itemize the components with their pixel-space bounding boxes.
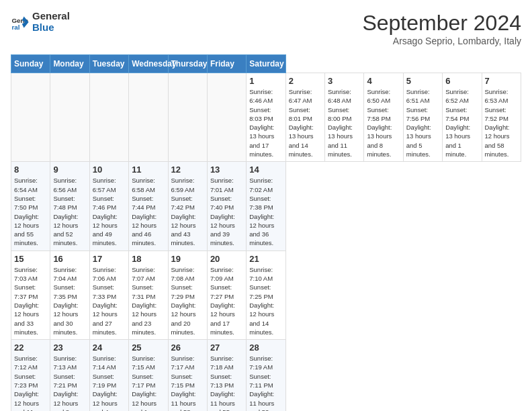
calendar-week-row: 1Sunrise: 6:46 AMSunset: 8:03 PMDaylight… [11, 73, 521, 162]
calendar-cell: 11Sunrise: 6:58 AMSunset: 7:44 PMDayligh… [129, 162, 168, 250]
calendar-cell: 28Sunrise: 7:19 AMSunset: 7:11 PMDayligh… [247, 340, 285, 411]
calendar-week-row: 15Sunrise: 7:03 AMSunset: 7:37 PMDayligh… [11, 250, 521, 339]
day-number: 27 [210, 342, 243, 353]
location-title: Arsago Seprio, Lombardy, Italy [362, 36, 521, 46]
day-info: Sunrise: 6:47 AMSunset: 8:01 PMDaylight:… [289, 87, 322, 158]
day-number: 3 [328, 76, 361, 86]
calendar-cell: 9Sunrise: 6:56 AMSunset: 7:48 PMDaylight… [50, 162, 89, 250]
day-info: Sunrise: 7:18 AMSunset: 7:13 PMDaylight:… [210, 354, 243, 411]
day-number: 2 [289, 76, 322, 86]
calendar-week-row: 22Sunrise: 7:12 AMSunset: 7:23 PMDayligh… [11, 340, 521, 411]
day-info: Sunrise: 6:56 AMSunset: 7:48 PMDaylight:… [53, 176, 86, 247]
day-number: 18 [132, 254, 165, 264]
day-number: 28 [249, 342, 282, 353]
calendar-cell: 13Sunrise: 7:01 AMSunset: 7:40 PMDayligh… [207, 162, 246, 250]
day-info: Sunrise: 6:48 AMSunset: 8:00 PMDaylight:… [328, 87, 361, 158]
day-number: 20 [210, 254, 243, 264]
weekday-header-friday: Friday [207, 55, 246, 73]
calendar-cell: 12Sunrise: 6:59 AMSunset: 7:42 PMDayligh… [168, 162, 207, 250]
calendar-cell: 23Sunrise: 7:13 AMSunset: 7:21 PMDayligh… [50, 340, 89, 411]
day-number: 23 [53, 342, 86, 353]
calendar-cell: 26Sunrise: 7:17 AMSunset: 7:15 PMDayligh… [168, 340, 207, 411]
calendar-cell: 19Sunrise: 7:08 AMSunset: 7:29 PMDayligh… [168, 250, 207, 339]
calendar-cell: 21Sunrise: 7:10 AMSunset: 7:25 PMDayligh… [247, 250, 285, 339]
svg-text:ral: ral [11, 24, 19, 31]
day-info: Sunrise: 7:19 AMSunset: 7:11 PMDaylight:… [249, 354, 282, 411]
weekday-header-thursday: Thursday [168, 55, 207, 73]
calendar-cell: 1Sunrise: 6:46 AMSunset: 8:03 PMDaylight… [247, 73, 285, 162]
day-number: 10 [93, 165, 126, 175]
calendar-cell: 15Sunrise: 7:03 AMSunset: 7:37 PMDayligh… [11, 250, 50, 339]
weekday-header-wednesday: Wednesday [129, 55, 168, 73]
day-number: 16 [53, 254, 86, 264]
calendar-cell [50, 73, 89, 162]
calendar-cell: 25Sunrise: 7:15 AMSunset: 7:17 PMDayligh… [129, 340, 168, 411]
title-area: September 2024 Arsago Seprio, Lombardy, … [362, 11, 521, 46]
calendar-cell [89, 73, 128, 162]
calendar-cell: 16Sunrise: 7:04 AMSunset: 7:35 PMDayligh… [50, 250, 89, 339]
calendar-cell: 4Sunrise: 6:50 AMSunset: 7:58 PMDaylight… [364, 73, 403, 162]
calendar-cell: 10Sunrise: 6:57 AMSunset: 7:46 PMDayligh… [89, 162, 128, 250]
calendar-body: 1Sunrise: 6:46 AMSunset: 8:03 PMDaylight… [11, 73, 521, 412]
day-info: Sunrise: 6:58 AMSunset: 7:44 PMDaylight:… [132, 176, 165, 247]
day-info: Sunrise: 7:02 AMSunset: 7:38 PMDaylight:… [249, 176, 282, 247]
day-info: Sunrise: 6:53 AMSunset: 7:52 PMDaylight:… [485, 87, 519, 158]
day-number: 24 [93, 342, 126, 353]
calendar-cell: 2Sunrise: 6:47 AMSunset: 8:01 PMDaylight… [285, 73, 324, 162]
day-info: Sunrise: 7:09 AMSunset: 7:27 PMDaylight:… [210, 265, 243, 336]
calendar-cell: 27Sunrise: 7:18 AMSunset: 7:13 PMDayligh… [207, 340, 246, 411]
calendar-cell: 5Sunrise: 6:51 AMSunset: 7:56 PMDaylight… [403, 73, 442, 162]
logo-blue: Blue [32, 22, 70, 34]
calendar-cell: 8Sunrise: 6:54 AMSunset: 7:50 PMDaylight… [11, 162, 50, 250]
calendar-cell: 20Sunrise: 7:09 AMSunset: 7:27 PMDayligh… [207, 250, 246, 339]
day-number: 13 [210, 165, 243, 175]
day-info: Sunrise: 7:12 AMSunset: 7:23 PMDaylight:… [14, 354, 47, 411]
day-number: 6 [445, 76, 478, 86]
weekday-header-monday: Monday [50, 55, 89, 73]
day-info: Sunrise: 6:54 AMSunset: 7:50 PMDaylight:… [14, 176, 47, 247]
day-info: Sunrise: 7:14 AMSunset: 7:19 PMDaylight:… [93, 354, 126, 411]
weekday-header-sunday: Sunday [11, 55, 50, 73]
day-number: 5 [406, 76, 439, 86]
day-number: 26 [171, 342, 204, 353]
calendar-cell: 22Sunrise: 7:12 AMSunset: 7:23 PMDayligh… [11, 340, 50, 411]
weekday-header-saturday: Saturday [247, 55, 285, 73]
day-info: Sunrise: 7:13 AMSunset: 7:21 PMDaylight:… [53, 354, 86, 411]
day-number: 14 [249, 165, 282, 175]
day-info: Sunrise: 7:10 AMSunset: 7:25 PMDaylight:… [249, 265, 282, 336]
day-number: 9 [53, 165, 86, 175]
logo-general: General [32, 11, 70, 22]
day-number: 7 [485, 76, 519, 86]
header: Gene ral General Blue September 2024 Ars… [11, 11, 521, 46]
calendar-cell: 7Sunrise: 6:53 AMSunset: 7:52 PMDaylight… [482, 73, 521, 162]
day-info: Sunrise: 6:57 AMSunset: 7:46 PMDaylight:… [93, 176, 126, 247]
day-info: Sunrise: 7:04 AMSunset: 7:35 PMDaylight:… [53, 265, 86, 336]
calendar-cell: 17Sunrise: 7:06 AMSunset: 7:33 PMDayligh… [89, 250, 128, 339]
month-title: September 2024 [362, 11, 521, 36]
day-info: Sunrise: 6:50 AMSunset: 7:58 PMDaylight:… [367, 87, 400, 158]
day-info: Sunrise: 7:03 AMSunset: 7:37 PMDaylight:… [14, 265, 47, 336]
calendar-header-row: SundayMondayTuesdayWednesdayThursdayFrid… [11, 55, 521, 73]
day-info: Sunrise: 6:59 AMSunset: 7:42 PMDaylight:… [171, 176, 204, 247]
day-info: Sunrise: 7:15 AMSunset: 7:17 PMDaylight:… [132, 354, 165, 411]
logo: Gene ral General Blue [11, 11, 70, 33]
day-number: 11 [132, 165, 165, 175]
logo-icon: Gene ral [11, 13, 30, 32]
calendar-cell [11, 73, 50, 162]
calendar-cell: 3Sunrise: 6:48 AMSunset: 8:00 PMDaylight… [325, 73, 364, 162]
day-number: 15 [14, 254, 47, 264]
calendar-cell: 18Sunrise: 7:07 AMSunset: 7:31 PMDayligh… [129, 250, 168, 339]
day-info: Sunrise: 7:06 AMSunset: 7:33 PMDaylight:… [93, 265, 126, 336]
calendar-cell: 6Sunrise: 6:52 AMSunset: 7:54 PMDaylight… [443, 73, 482, 162]
day-info: Sunrise: 6:52 AMSunset: 7:54 PMDaylight:… [445, 87, 478, 158]
day-number: 17 [93, 254, 126, 264]
day-number: 8 [14, 165, 47, 175]
day-number: 1 [249, 76, 282, 86]
day-info: Sunrise: 7:08 AMSunset: 7:29 PMDaylight:… [171, 265, 204, 336]
day-info: Sunrise: 6:51 AMSunset: 7:56 PMDaylight:… [406, 87, 439, 158]
day-info: Sunrise: 7:07 AMSunset: 7:31 PMDaylight:… [132, 265, 165, 336]
calendar-cell [207, 73, 246, 162]
day-number: 25 [132, 342, 165, 353]
day-info: Sunrise: 6:46 AMSunset: 8:03 PMDaylight:… [249, 87, 282, 158]
day-number: 4 [367, 76, 400, 86]
